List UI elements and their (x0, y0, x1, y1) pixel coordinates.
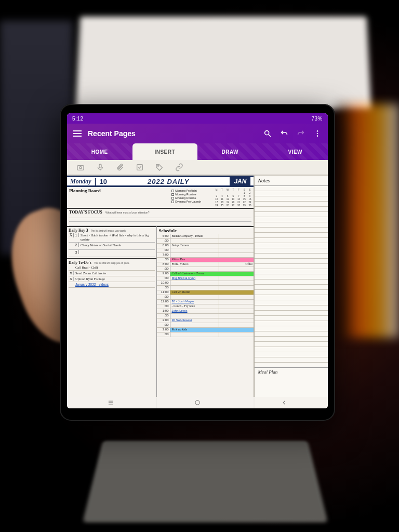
month-badge: JAN (230, 177, 250, 186)
date-banner: Monday | 10 2022 DAILY JAN (67, 176, 254, 187)
schedule-slot[interactable]: :30 (157, 332, 254, 337)
link-icon[interactable] (175, 163, 183, 171)
tag-icon[interactable] (155, 163, 164, 171)
schedule-slot[interactable]: 9:00Call w/ Customer - Zoom (157, 272, 254, 276)
schedule-slot[interactable]: 12:0030 - Josh Moyer (157, 300, 254, 304)
schedule-slot[interactable]: 3:00Pick up kids (157, 328, 254, 332)
todo-row[interactable]: XUpload Ryan Footage (69, 276, 155, 282)
schedule-slot[interactable]: :30Kids - Bus (157, 258, 254, 262)
todays-focus: TODAY'S FOCUS What will have most of you… (67, 208, 254, 226)
notes-lines[interactable] (255, 186, 328, 367)
tab-home[interactable]: HOME (67, 143, 132, 160)
status-time: 5:12 (72, 116, 83, 122)
schedule-slot[interactable]: 5:00Baden Company - Email (157, 234, 254, 239)
schedule-column: Schedule 5:00Baden Company - Email:306:0… (157, 226, 254, 408)
svg-point-6 (79, 167, 82, 169)
schedule-slot[interactable]: :30Mtg Brett & Ryan (157, 276, 254, 281)
tab-insert[interactable]: INSERT (132, 143, 198, 160)
schedule-slot[interactable]: :30 (157, 248, 254, 253)
schedule-slot[interactable]: :30 (157, 295, 254, 300)
daily-key-3: Daily Key 3 The list that will impact yo… (67, 226, 156, 258)
svg-point-2 (317, 130, 318, 132)
camera-icon[interactable] (76, 163, 85, 171)
back-button[interactable] (281, 399, 288, 406)
year-title: 2022 DAILY (107, 178, 230, 185)
notes-page: Notes Meal Plan (255, 176, 328, 408)
schedule-slot[interactable]: :30- Lunch - Fry Rice (157, 304, 254, 309)
schedule-slot[interactable]: :30 (157, 267, 254, 272)
insert-toolbar (67, 160, 328, 176)
android-nav-bar (67, 397, 328, 408)
home-button[interactable] (194, 399, 201, 406)
todo-row[interactable]: Call Brad - Chili (69, 265, 155, 271)
svg-line-1 (269, 135, 271, 137)
schedule-slot[interactable]: 8:00Film - videosOffice (157, 262, 254, 267)
svg-point-0 (265, 131, 269, 135)
ribbon-tabs: HOME INSERT DRAW VIEW (67, 143, 328, 160)
meal-plan-heading: Meal Plan (255, 367, 328, 376)
daily-todos: Daily To-Do's The list that will keep yo… (67, 258, 156, 289)
checkbox-icon[interactable] (136, 163, 144, 171)
schedule-slot[interactable]: 11:00Call w/ Martin (157, 290, 254, 295)
status-battery: 73% (311, 116, 323, 122)
schedule-slot[interactable]: 7:00 (157, 253, 254, 258)
planning-board: Planning Board (67, 187, 171, 208)
svg-point-9 (157, 165, 158, 166)
key3-row[interactable]: 3 (69, 250, 155, 257)
svg-point-13 (195, 401, 200, 405)
notes-heading: Notes (255, 176, 328, 186)
app-header: Recent Pages (67, 124, 328, 143)
schedule-slot[interactable]: :30 (157, 314, 254, 318)
key3-row[interactable]: 2Chevy Notes on Social Needs (69, 243, 155, 250)
schedule-slot[interactable]: 10:00 (157, 281, 254, 286)
schedule-slot[interactable]: :30 (157, 286, 254, 290)
android-status-bar: 5:12 73% (67, 113, 328, 124)
routine-checklist: Morning Preflight Morning Routine Evenin… (171, 187, 212, 208)
schedule-slot[interactable]: 2:0030 Sobolewski (157, 318, 254, 323)
svg-rect-8 (137, 165, 143, 170)
tab-view[interactable]: VIEW (263, 143, 328, 160)
todo-row[interactable]: January 2022 - videos (69, 282, 155, 288)
mini-calendar[interactable]: MTWTFSS 12 3456789 10111213141516 171819… (212, 187, 254, 208)
tablet-device: 5:12 73% Recent Pages H (60, 104, 335, 421)
app-title: Recent Pages (88, 129, 257, 138)
tab-draw[interactable]: DRAW (197, 143, 263, 160)
search-icon[interactable] (263, 129, 272, 138)
schedule-slot[interactable]: 1:00John Lewis (157, 309, 254, 314)
recents-button[interactable] (107, 399, 114, 406)
redo-icon[interactable] (297, 129, 305, 138)
todo-row[interactable]: XSend Zoom Call invite (69, 271, 155, 276)
menu-icon[interactable] (73, 130, 82, 137)
svg-point-4 (317, 135, 318, 137)
mic-icon[interactable] (96, 163, 104, 171)
svg-rect-5 (77, 166, 84, 170)
planner-page[interactable]: Monday | 10 2022 DAILY JAN Planning Boar… (67, 176, 328, 408)
attach-icon[interactable] (116, 163, 124, 171)
weekday: Monday (70, 178, 91, 185)
date-number: 10 (100, 178, 107, 185)
tablet-screen: 5:12 73% Recent Pages H (67, 113, 328, 408)
more-icon[interactable] (313, 129, 322, 138)
svg-point-3 (317, 133, 318, 135)
schedule-slot[interactable]: 6:00Setup Camera (157, 244, 254, 248)
undo-icon[interactable] (280, 129, 288, 138)
schedule-slot[interactable]: :30 (157, 323, 254, 328)
key3-row[interactable]: X1Short - Habit tracker + iPad link - wh… (69, 233, 155, 243)
svg-rect-7 (99, 164, 101, 168)
schedule-slot[interactable]: :30 (157, 239, 254, 244)
